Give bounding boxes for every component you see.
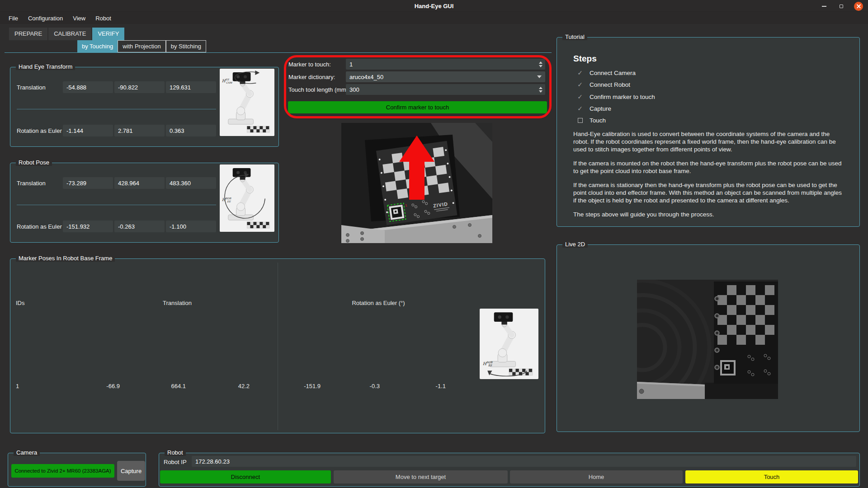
rp-rotation-y[interactable]: -0.263 — [114, 221, 165, 232]
title-bar: Hand-Eye GUI — [0, 0, 868, 12]
hand-eye-transform-title: Hand Eye Transform — [16, 63, 75, 70]
robot-panel-group: Robot Robot IP 172.28.60.23 Disconnect M… — [159, 453, 860, 487]
step-label: Touch — [590, 117, 606, 124]
spin-up-icon[interactable] — [539, 87, 542, 89]
het-rotation-y[interactable]: 2.781 — [114, 125, 165, 136]
tutorial-title: Tutorial — [562, 33, 587, 40]
cell-id: 1 — [16, 383, 19, 389]
touch-tool-length-label: Touch tool length (mm): — [288, 86, 350, 93]
eye-in-hand-illustration: HEECAM — [220, 69, 274, 136]
marker-dictionary-value: aruco4x4_50 — [349, 74, 383, 80]
home-button[interactable]: Home — [510, 470, 683, 483]
spin-up-icon[interactable] — [539, 61, 542, 64]
subtab-by-stitching[interactable]: by Stitching — [166, 40, 206, 52]
tab-calibrate[interactable]: CALIBRATE — [48, 28, 91, 40]
robot-pose-illustration: HROBEE — [220, 164, 274, 232]
table-column-divider — [278, 263, 278, 430]
het-rotation-z[interactable]: 0.363 — [166, 125, 216, 136]
translation-label: Translation — [17, 180, 46, 187]
divider — [17, 205, 216, 205]
het-translation-z[interactable]: 129.631 — [166, 81, 216, 93]
capture-button[interactable]: Capture — [117, 461, 145, 481]
tab-verify[interactable]: VERIFY — [92, 28, 124, 40]
menu-configuration[interactable]: Configuration — [23, 13, 68, 24]
robot-ip-value: 172.28.60.23 — [195, 458, 230, 465]
spin-down-icon[interactable] — [539, 65, 542, 67]
hand-eye-transform-group: Hand Eye Transform Translation -54.888 -… — [10, 67, 279, 147]
hand-eye-gui-window: Hand-Eye GUI File Configuration View Rob… — [0, 0, 868, 488]
rotation-label: Rotation as Euler (°) — [17, 127, 70, 134]
het-translation-y[interactable]: -90.822 — [114, 81, 165, 93]
het-rotation-x[interactable]: -1.144 — [63, 125, 113, 136]
menu-robot[interactable]: Robot — [90, 13, 116, 24]
step-touch: Touch — [577, 116, 606, 124]
confirm-marker-button[interactable]: Confirm marker to touch — [288, 101, 547, 113]
chevron-down-icon — [537, 75, 542, 78]
col-header-ids: IDs — [16, 300, 25, 306]
check-icon: ✓ — [577, 93, 583, 100]
steps-heading: Steps — [573, 54, 597, 64]
camera-panel-group: Camera Connected to Zivid 2+ MR60 (23383… — [8, 453, 146, 487]
cell-tz: 42.2 — [204, 383, 250, 389]
tab-pane-border — [5, 52, 552, 53]
step-connect-camera: ✓ Connect Camera — [577, 69, 636, 77]
restore-icon — [840, 5, 843, 8]
touch-tool-length-spinbox[interactable]: 300 — [346, 84, 545, 95]
step-label: Capture — [590, 105, 611, 112]
col-header-translation: Translation — [109, 300, 245, 306]
rp-rotation-z[interactable]: -1.100 — [166, 221, 216, 232]
subtab-with-projection[interactable]: with Projection — [118, 40, 166, 52]
translation-label: Translation — [17, 84, 46, 91]
spin-down-icon[interactable] — [539, 90, 542, 93]
rp-translation-y[interactable]: 428.964 — [114, 177, 165, 189]
live-2d-title: Live 2D — [562, 241, 588, 248]
menu-view[interactable]: View — [68, 13, 90, 24]
rp-rotation-x[interactable]: -151.932 — [63, 221, 113, 232]
close-button[interactable] — [854, 1, 863, 11]
subtab-by-touching[interactable]: by Touching — [77, 40, 118, 52]
window-controls — [819, 0, 863, 12]
rp-translation-z[interactable]: 483.360 — [166, 177, 216, 189]
marker-dictionary-dropdown[interactable]: aruco4x4_50 — [346, 71, 545, 82]
live-2d-scene — [637, 280, 778, 399]
tutorial-group: Tutorial Steps ✓ Connect Camera ✓ Connec… — [557, 37, 860, 227]
live-2d-group: Live 2D — [557, 244, 860, 432]
marker-poses-group: Marker Poses In Robot Base Frame IDs Tra… — [10, 258, 545, 433]
tutorial-paragraph: If the camera is stationary then the han… — [573, 181, 844, 204]
cell-ty: 664.1 — [141, 383, 186, 389]
camera-status-button[interactable]: Connected to Zivid 2+ MR60 (23383AGA) — [11, 464, 114, 478]
robot-arm-illustration: HROBEE — [480, 309, 538, 379]
menu-file[interactable]: File — [4, 13, 23, 24]
het-translation-x[interactable]: -54.888 — [63, 81, 113, 93]
camera-view-image: 1 ZIVID — [341, 123, 492, 243]
spinner-controls[interactable] — [538, 84, 544, 95]
tutorial-paragraphs: Hand-Eye calibration is used to convert … — [573, 130, 844, 225]
cell-tx: -66.9 — [75, 383, 120, 389]
spinner-controls[interactable] — [538, 59, 544, 70]
check-icon: ✓ — [577, 81, 583, 88]
rp-translation-x[interactable]: -73.289 — [63, 177, 113, 189]
robot-arm-illustration: HEECAM — [220, 69, 274, 136]
check-icon: ✓ — [577, 105, 583, 112]
robot-ip-field[interactable]: 172.28.60.23 — [192, 456, 856, 467]
cell-ry: -0.3 — [335, 383, 380, 389]
main-tab-bar: PREPARE CALIBRATE VERIFY — [9, 28, 124, 40]
checkerboard-scene: 1 ZIVID — [341, 123, 492, 243]
step-label: Connect Camera — [590, 70, 636, 76]
step-connect-robot: ✓ Connect Robot — [577, 80, 630, 89]
marker-to-touch-value: 1 — [349, 61, 353, 68]
robot-ip-label: Robot IP — [164, 459, 187, 465]
tutorial-paragraph: Hand-Eye calibration is used to convert … — [573, 130, 844, 153]
verify-sub-tab-bar: by Touching with Projection by Stitching — [77, 40, 206, 52]
disconnect-button[interactable]: Disconnect — [160, 470, 331, 483]
move-to-next-target-button[interactable]: Move to next target — [334, 470, 508, 483]
cell-rx: -151.9 — [275, 383, 321, 389]
rotation-label: Rotation as Euler (°) — [17, 223, 70, 230]
step-label: Confirm marker to touch — [590, 94, 655, 100]
tab-prepare[interactable]: PREPARE — [9, 28, 47, 40]
marker-to-touch-spinbox[interactable]: 1 — [346, 59, 545, 70]
touch-button[interactable]: Touch — [685, 470, 858, 483]
minimize-button[interactable] — [819, 1, 829, 11]
restore-button[interactable] — [836, 1, 846, 11]
marker-pose-illustration: HROBEE — [480, 309, 538, 379]
